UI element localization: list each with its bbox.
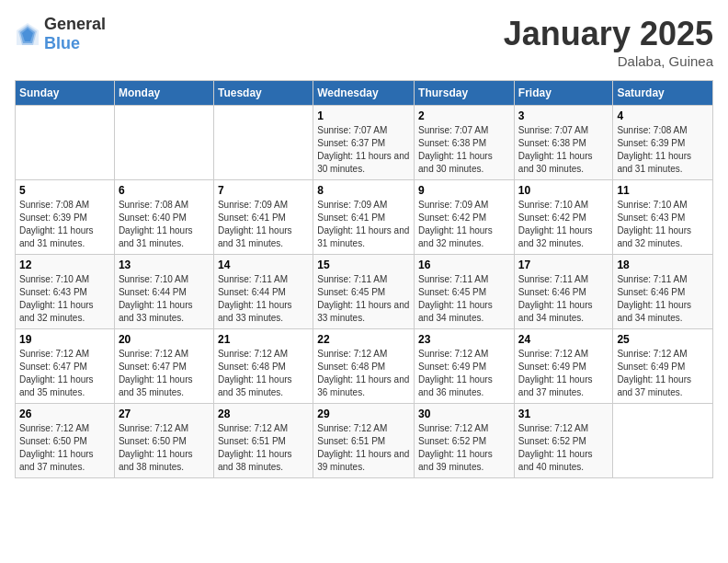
day-number: 20: [119, 333, 210, 346]
calendar-day-cell: 7Sunrise: 7:09 AM Sunset: 6:41 PM Daylig…: [213, 180, 313, 255]
day-info: Sunrise: 7:07 AM Sunset: 6:37 PM Dayligh…: [317, 124, 410, 176]
day-info: Sunrise: 7:12 AM Sunset: 6:48 PM Dayligh…: [218, 348, 309, 399]
day-info: Sunrise: 7:10 AM Sunset: 6:44 PM Dayligh…: [119, 273, 210, 325]
weekday-header-cell: Sunday: [16, 81, 115, 106]
calendar-day-cell: 21Sunrise: 7:12 AM Sunset: 6:48 PM Dayli…: [213, 329, 313, 404]
calendar-day-cell: 13Sunrise: 7:10 AM Sunset: 6:44 PM Dayli…: [114, 255, 213, 329]
logo-icon: [15, 21, 40, 47]
calendar-day-cell: 25Sunrise: 7:12 AM Sunset: 6:49 PM Dayli…: [613, 329, 713, 404]
calendar-day-cell: 6Sunrise: 7:08 AM Sunset: 6:40 PM Daylig…: [114, 180, 213, 255]
day-number: 31: [518, 408, 609, 420]
day-number: 5: [19, 184, 110, 197]
calendar-day-cell: 10Sunrise: 7:10 AM Sunset: 6:42 PM Dayli…: [514, 180, 613, 255]
calendar-table: SundayMondayTuesdayWednesdayThursdayFrid…: [15, 80, 713, 478]
calendar-week-row: 1Sunrise: 7:07 AM Sunset: 6:37 PM Daylig…: [16, 106, 713, 180]
calendar-day-cell: 18Sunrise: 7:11 AM Sunset: 6:46 PM Dayli…: [613, 255, 713, 329]
day-number: 26: [19, 408, 110, 420]
calendar-day-cell: 11Sunrise: 7:10 AM Sunset: 6:43 PM Dayli…: [613, 180, 713, 255]
day-info: Sunrise: 7:10 AM Sunset: 6:43 PM Dayligh…: [617, 199, 709, 250]
day-info: Sunrise: 7:11 AM Sunset: 6:45 PM Dayligh…: [317, 273, 410, 325]
calendar-location: Dalaba, Guinea: [504, 53, 713, 69]
calendar-day-cell: 27Sunrise: 7:12 AM Sunset: 6:50 PM Dayli…: [114, 404, 213, 478]
logo: General Blue: [15, 15, 106, 53]
calendar-title: January 2025: [504, 15, 713, 53]
day-number: 2: [418, 109, 510, 122]
calendar-day-cell: 15Sunrise: 7:11 AM Sunset: 6:45 PM Dayli…: [313, 255, 415, 329]
day-number: 9: [418, 184, 510, 197]
calendar-day-cell: 22Sunrise: 7:12 AM Sunset: 6:48 PM Dayli…: [313, 329, 415, 404]
day-number: 30: [418, 408, 510, 420]
calendar-day-cell: 9Sunrise: 7:09 AM Sunset: 6:42 PM Daylig…: [415, 180, 515, 255]
page-header: General Blue January 2025 Dalaba, Guinea: [15, 15, 713, 69]
day-info: Sunrise: 7:11 AM Sunset: 6:46 PM Dayligh…: [617, 273, 709, 325]
logo-text: General Blue: [44, 15, 106, 53]
calendar-day-cell: 19Sunrise: 7:12 AM Sunset: 6:47 PM Dayli…: [16, 329, 115, 404]
calendar-day-cell: [613, 404, 713, 478]
day-number: 21: [218, 333, 309, 346]
day-info: Sunrise: 7:12 AM Sunset: 6:47 PM Dayligh…: [119, 348, 210, 399]
day-info: Sunrise: 7:12 AM Sunset: 6:51 PM Dayligh…: [218, 422, 309, 474]
title-block: January 2025 Dalaba, Guinea: [504, 15, 713, 69]
calendar-day-cell: 16Sunrise: 7:11 AM Sunset: 6:45 PM Dayli…: [415, 255, 515, 329]
calendar-day-cell: 2Sunrise: 7:07 AM Sunset: 6:38 PM Daylig…: [415, 106, 515, 180]
day-number: 10: [518, 184, 609, 197]
calendar-day-cell: 12Sunrise: 7:10 AM Sunset: 6:43 PM Dayli…: [16, 255, 115, 329]
day-info: Sunrise: 7:12 AM Sunset: 6:49 PM Dayligh…: [617, 348, 709, 399]
weekday-header-cell: Friday: [514, 81, 613, 106]
calendar-day-cell: 3Sunrise: 7:07 AM Sunset: 6:38 PM Daylig…: [514, 106, 613, 180]
day-info: Sunrise: 7:09 AM Sunset: 6:41 PM Dayligh…: [317, 199, 410, 250]
weekday-header-cell: Thursday: [415, 81, 515, 106]
day-number: 3: [518, 109, 609, 122]
day-info: Sunrise: 7:10 AM Sunset: 6:42 PM Dayligh…: [518, 199, 609, 250]
calendar-day-cell: 20Sunrise: 7:12 AM Sunset: 6:47 PM Dayli…: [114, 329, 213, 404]
day-number: 8: [317, 184, 410, 197]
day-info: Sunrise: 7:07 AM Sunset: 6:38 PM Dayligh…: [418, 124, 510, 176]
day-number: 19: [19, 333, 110, 346]
day-number: 12: [19, 259, 110, 271]
calendar-day-cell: 23Sunrise: 7:12 AM Sunset: 6:49 PM Dayli…: [415, 329, 515, 404]
day-number: 27: [119, 408, 210, 420]
weekday-header-cell: Saturday: [613, 81, 713, 106]
day-info: Sunrise: 7:12 AM Sunset: 6:51 PM Dayligh…: [317, 422, 410, 474]
day-number: 22: [317, 333, 410, 346]
day-number: 11: [617, 184, 709, 197]
calendar-day-cell: 31Sunrise: 7:12 AM Sunset: 6:52 PM Dayli…: [514, 404, 613, 478]
calendar-week-row: 5Sunrise: 7:08 AM Sunset: 6:39 PM Daylig…: [16, 180, 713, 255]
day-number: 28: [218, 408, 309, 420]
calendar-day-cell: 8Sunrise: 7:09 AM Sunset: 6:41 PM Daylig…: [313, 180, 415, 255]
weekday-header-cell: Wednesday: [313, 81, 415, 106]
day-info: Sunrise: 7:09 AM Sunset: 6:41 PM Dayligh…: [218, 199, 309, 250]
day-number: 4: [617, 109, 709, 122]
calendar-day-cell: 14Sunrise: 7:11 AM Sunset: 6:44 PM Dayli…: [213, 255, 313, 329]
calendar-day-cell: 17Sunrise: 7:11 AM Sunset: 6:46 PM Dayli…: [514, 255, 613, 329]
day-number: 16: [418, 259, 510, 271]
day-info: Sunrise: 7:08 AM Sunset: 6:40 PM Dayligh…: [119, 199, 210, 250]
day-info: Sunrise: 7:08 AM Sunset: 6:39 PM Dayligh…: [617, 124, 709, 176]
calendar-week-row: 12Sunrise: 7:10 AM Sunset: 6:43 PM Dayli…: [16, 255, 713, 329]
day-info: Sunrise: 7:12 AM Sunset: 6:52 PM Dayligh…: [518, 422, 609, 474]
day-number: 13: [119, 259, 210, 271]
logo-blue: Blue: [44, 34, 80, 52]
day-number: 25: [617, 333, 709, 346]
calendar-day-cell: 26Sunrise: 7:12 AM Sunset: 6:50 PM Dayli…: [16, 404, 115, 478]
calendar-day-cell: [213, 106, 313, 180]
day-info: Sunrise: 7:12 AM Sunset: 6:52 PM Dayligh…: [418, 422, 510, 474]
day-info: Sunrise: 7:12 AM Sunset: 6:50 PM Dayligh…: [19, 422, 110, 474]
day-number: 15: [317, 259, 410, 271]
day-number: 29: [317, 408, 410, 420]
calendar-day-cell: 28Sunrise: 7:12 AM Sunset: 6:51 PM Dayli…: [213, 404, 313, 478]
day-number: 14: [218, 259, 309, 271]
weekday-header-cell: Monday: [114, 81, 213, 106]
day-info: Sunrise: 7:08 AM Sunset: 6:39 PM Dayligh…: [19, 199, 110, 250]
calendar-day-cell: 29Sunrise: 7:12 AM Sunset: 6:51 PM Dayli…: [313, 404, 415, 478]
weekday-header-row: SundayMondayTuesdayWednesdayThursdayFrid…: [16, 81, 713, 106]
day-info: Sunrise: 7:12 AM Sunset: 6:48 PM Dayligh…: [317, 348, 410, 399]
day-info: Sunrise: 7:12 AM Sunset: 6:49 PM Dayligh…: [418, 348, 510, 399]
day-info: Sunrise: 7:11 AM Sunset: 6:46 PM Dayligh…: [518, 273, 609, 325]
calendar-body: 1Sunrise: 7:07 AM Sunset: 6:37 PM Daylig…: [16, 106, 713, 478]
day-number: 17: [518, 259, 609, 271]
logo-general: General: [44, 15, 106, 33]
calendar-day-cell: 5Sunrise: 7:08 AM Sunset: 6:39 PM Daylig…: [16, 180, 115, 255]
day-number: 18: [617, 259, 709, 271]
day-info: Sunrise: 7:12 AM Sunset: 6:50 PM Dayligh…: [119, 422, 210, 474]
